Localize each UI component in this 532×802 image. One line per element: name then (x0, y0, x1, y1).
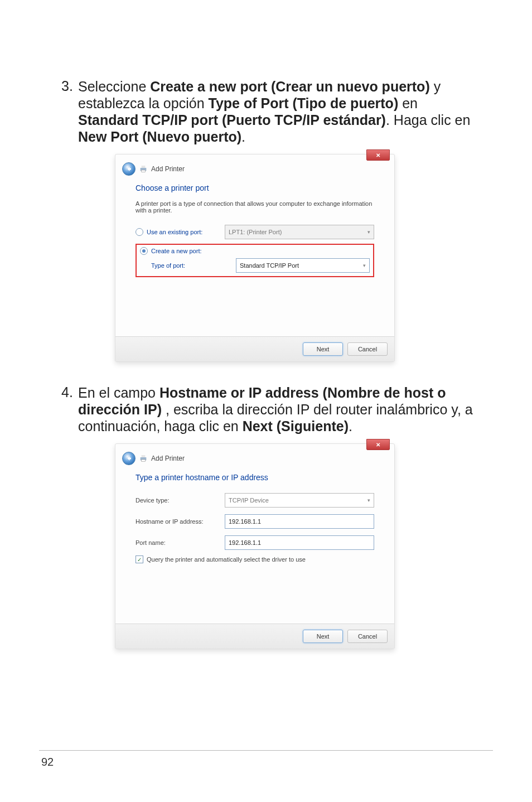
step-number: 4. (61, 384, 78, 434)
t: New Port (Nuevo puerto) (78, 129, 241, 144)
next-button[interactable]: Next (303, 630, 343, 643)
printer-icon (139, 454, 148, 463)
step-3: 3. Seleccione Create a new port (Crear u… (61, 78, 476, 145)
t: . (241, 129, 245, 144)
hostname-label: Hostname or IP address: (136, 518, 225, 525)
type-of-port-row: Type of port: Standard TCP/IP Port ▾ (140, 255, 370, 273)
close-icon: ✕ (376, 152, 380, 158)
query-printer-checkbox[interactable]: ✓ Query the printer and automatically se… (136, 553, 374, 563)
use-existing-port-option[interactable]: Use an existing port: LPT1: (Printer Por… (136, 221, 374, 243)
page-number: 92 (41, 756, 54, 769)
dialog-title: Add Printer (151, 455, 185, 462)
create-new-port-option[interactable]: Create a new port: (140, 247, 370, 255)
cancel-button[interactable]: Cancel (347, 342, 388, 356)
svg-rect-5 (142, 460, 146, 461)
device-type-combo[interactable]: TCP/IP Device ▾ (225, 493, 374, 508)
close-icon: ✕ (376, 442, 380, 448)
hostname-input[interactable]: 192.168.1.1 (225, 514, 374, 529)
chevron-down-icon: ▾ (367, 497, 370, 503)
t: en (398, 95, 418, 111)
t: Standard TCP/IP port (Puerto TCP/IP está… (78, 112, 386, 128)
portname-row: Port name: 192.168.1.1 (136, 532, 374, 553)
t: Seleccione (78, 79, 150, 94)
close-button[interactable]: ✕ (366, 439, 390, 450)
type-of-port-combo[interactable]: Standard TCP/IP Port ▾ (236, 258, 370, 273)
dialog-title: Add Printer (151, 165, 185, 173)
arrow-left-icon (125, 455, 132, 462)
dialog-header: Add Printer (115, 154, 394, 176)
close-button[interactable]: ✕ (366, 149, 390, 161)
arrow-left-icon (125, 166, 132, 172)
device-type-label: Device type: (136, 497, 225, 504)
device-type-row: Device type: TCP/IP Device ▾ (136, 490, 374, 511)
checkbox-checked-icon: ✓ (136, 555, 143, 563)
svg-rect-4 (142, 455, 146, 457)
step-number: 3. (61, 78, 78, 145)
create-new-port-highlight: Create a new port: Type of port: Standar… (136, 244, 374, 277)
chevron-down-icon: ▾ (367, 229, 370, 235)
create-new-port-label: Create a new port: (151, 248, 202, 254)
step-3-text: Seleccione Create a new port (Crear un n… (78, 78, 476, 145)
add-printer-dialog-port: ✕ Add Printer Choose a printer port A pr… (115, 154, 395, 362)
cancel-button[interactable]: Cancel (347, 630, 388, 643)
t: Type of Port (Tipo de puerto) (208, 95, 398, 111)
radio-unchecked-icon (136, 228, 143, 236)
section-description: A printer port is a type of connection t… (136, 200, 374, 214)
dialog-footer: Next Cancel (115, 624, 394, 649)
step-4: 4. En el campo Hostname or IP address (N… (61, 384, 476, 434)
existing-port-combo: LPT1: (Printer Port) ▾ (225, 225, 374, 239)
section-title: Type a printer hostname or IP address (136, 473, 374, 482)
svg-rect-1 (142, 166, 146, 168)
printer-icon (139, 165, 148, 173)
type-of-port-value: Standard TCP/IP Port (240, 262, 299, 269)
device-type-value: TCP/IP Device (229, 497, 269, 504)
section-title: Choose a printer port (136, 183, 374, 192)
portname-label: Port name: (136, 539, 225, 546)
type-of-port-label: Type of port: (140, 262, 236, 269)
back-button[interactable] (122, 162, 136, 176)
hostname-row: Hostname or IP address: 192.168.1.1 (136, 511, 374, 532)
t: Next (Siguiente) (243, 418, 349, 434)
t: . Haga clic en (386, 112, 470, 128)
next-button[interactable]: Next (303, 342, 343, 356)
svg-rect-2 (142, 170, 146, 172)
query-printer-label: Query the printer and automatically sele… (147, 556, 306, 563)
existing-port-value: LPT1: (Printer Port) (229, 229, 282, 235)
step-4-text: En el campo Hostname or IP address (Nomb… (78, 384, 476, 434)
use-existing-port-label: Use an existing port: (147, 229, 202, 235)
back-button[interactable] (122, 452, 136, 465)
t: . (349, 418, 352, 434)
radio-checked-icon (140, 247, 148, 255)
dialog-header: Add Printer (115, 444, 394, 465)
portname-input[interactable]: 192.168.1.1 (225, 535, 374, 550)
chevron-down-icon: ▾ (363, 263, 366, 268)
t: Create a new port (Crear un nuevo puerto… (150, 79, 429, 94)
t: En el campo (78, 385, 159, 400)
add-printer-dialog-hostname: ✕ Add Printer Type a printer hostname or… (115, 443, 395, 649)
footer-divider (39, 750, 493, 751)
dialog-footer: Next Cancel (115, 336, 394, 361)
